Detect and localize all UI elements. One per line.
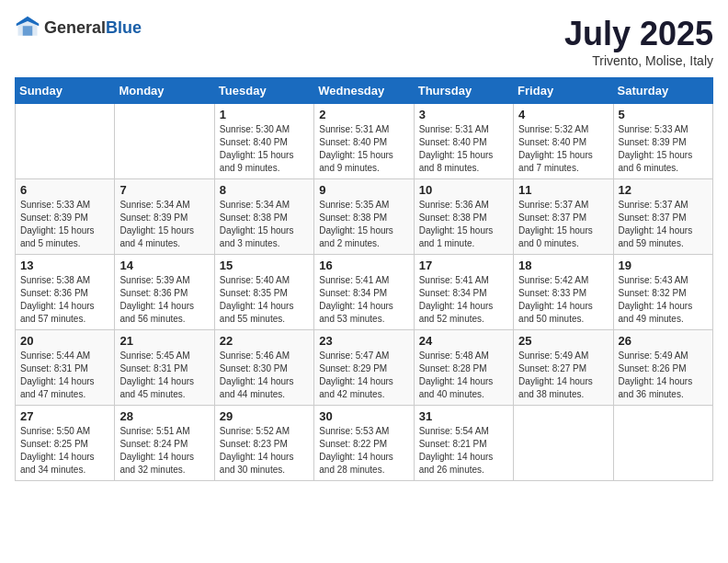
calendar-cell: 18Sunrise: 5:42 AM Sunset: 8:33 PM Dayli… — [514, 255, 613, 330]
calendar-cell: 6Sunrise: 5:33 AM Sunset: 8:39 PM Daylig… — [16, 179, 115, 255]
day-info: Sunrise: 5:43 AM Sunset: 8:32 PM Dayligh… — [619, 274, 708, 326]
calendar-cell: 13Sunrise: 5:38 AM Sunset: 8:36 PM Dayli… — [16, 255, 115, 330]
day-number: 16 — [319, 259, 408, 272]
week-row-1: 1Sunrise: 5:30 AM Sunset: 8:40 PM Daylig… — [16, 104, 713, 179]
calendar-cell — [613, 406, 712, 481]
day-info: Sunrise: 5:49 AM Sunset: 8:27 PM Dayligh… — [518, 350, 608, 401]
day-info: Sunrise: 5:38 AM Sunset: 8:36 PM Dayligh… — [20, 274, 109, 326]
calendar-cell: 23Sunrise: 5:47 AM Sunset: 8:29 PM Dayli… — [314, 330, 414, 406]
day-number: 8 — [220, 183, 309, 197]
calendar-header: SundayMondayTuesdayWednesdayThursdayFrid… — [16, 78, 713, 104]
weekday-header-thursday: Thursday — [414, 78, 513, 104]
title-block: July 2025 Trivento, Molise, Italy — [564, 15, 713, 68]
day-info: Sunrise: 5:47 AM Sunset: 8:29 PM Dayligh… — [319, 350, 408, 401]
day-info: Sunrise: 5:36 AM Sunset: 8:38 PM Dayligh… — [419, 199, 508, 250]
day-info: Sunrise: 5:41 AM Sunset: 8:34 PM Dayligh… — [419, 274, 508, 326]
day-number: 1 — [220, 108, 309, 121]
calendar-cell: 27Sunrise: 5:50 AM Sunset: 8:25 PM Dayli… — [16, 406, 115, 481]
weekday-header-saturday: Saturday — [613, 78, 712, 104]
day-info: Sunrise: 5:48 AM Sunset: 8:28 PM Dayligh… — [419, 350, 508, 401]
weekday-header-wednesday: Wednesday — [314, 78, 414, 104]
day-number: 30 — [319, 409, 408, 423]
logo: GeneralBlue — [15, 15, 142, 40]
day-number: 18 — [518, 259, 608, 272]
day-info: Sunrise: 5:49 AM Sunset: 8:26 PM Dayligh… — [619, 350, 708, 401]
calendar-cell: 2Sunrise: 5:31 AM Sunset: 8:40 PM Daylig… — [314, 104, 414, 179]
calendar-cell: 20Sunrise: 5:44 AM Sunset: 8:31 PM Dayli… — [16, 330, 115, 406]
weekday-row: SundayMondayTuesdayWednesdayThursdayFrid… — [16, 78, 713, 104]
day-info: Sunrise: 5:41 AM Sunset: 8:34 PM Dayligh… — [319, 274, 408, 326]
logo-general: General — [44, 18, 106, 37]
day-number: 21 — [119, 334, 209, 348]
calendar-cell: 8Sunrise: 5:34 AM Sunset: 8:38 PM Daylig… — [214, 179, 313, 255]
day-number: 28 — [119, 409, 209, 423]
calendar-cell: 7Sunrise: 5:34 AM Sunset: 8:39 PM Daylig… — [115, 179, 214, 255]
weekday-header-friday: Friday — [514, 78, 613, 104]
calendar-cell — [115, 104, 214, 179]
calendar-cell: 22Sunrise: 5:46 AM Sunset: 8:30 PM Dayli… — [214, 330, 313, 406]
calendar-cell: 14Sunrise: 5:39 AM Sunset: 8:36 PM Dayli… — [115, 255, 214, 330]
day-info: Sunrise: 5:35 AM Sunset: 8:38 PM Dayligh… — [319, 199, 408, 250]
day-number: 23 — [319, 334, 408, 348]
calendar-cell: 19Sunrise: 5:43 AM Sunset: 8:32 PM Dayli… — [613, 255, 712, 330]
svg-rect-2 — [23, 26, 33, 36]
day-info: Sunrise: 5:31 AM Sunset: 8:40 PM Dayligh… — [419, 123, 508, 175]
day-number: 11 — [518, 183, 608, 197]
day-number: 22 — [220, 334, 309, 348]
day-number: 26 — [619, 334, 708, 348]
calendar-cell: 25Sunrise: 5:49 AM Sunset: 8:27 PM Dayli… — [514, 330, 613, 406]
calendar-cell: 9Sunrise: 5:35 AM Sunset: 8:38 PM Daylig… — [314, 179, 414, 255]
day-info: Sunrise: 5:46 AM Sunset: 8:30 PM Dayligh… — [220, 350, 309, 401]
calendar-cell — [16, 104, 115, 179]
day-info: Sunrise: 5:50 AM Sunset: 8:25 PM Dayligh… — [20, 425, 109, 477]
calendar-cell: 26Sunrise: 5:49 AM Sunset: 8:26 PM Dayli… — [613, 330, 712, 406]
calendar-cell: 12Sunrise: 5:37 AM Sunset: 8:37 PM Dayli… — [613, 179, 712, 255]
calendar-cell — [514, 406, 613, 481]
logo-blue: Blue — [106, 18, 142, 37]
day-number: 27 — [20, 409, 109, 423]
calendar-cell: 1Sunrise: 5:30 AM Sunset: 8:40 PM Daylig… — [214, 104, 313, 179]
day-number: 7 — [119, 183, 209, 197]
day-info: Sunrise: 5:37 AM Sunset: 8:37 PM Dayligh… — [518, 199, 608, 250]
calendar-cell: 10Sunrise: 5:36 AM Sunset: 8:38 PM Dayli… — [414, 179, 513, 255]
calendar-cell: 17Sunrise: 5:41 AM Sunset: 8:34 PM Dayli… — [414, 255, 513, 330]
calendar-cell: 24Sunrise: 5:48 AM Sunset: 8:28 PM Dayli… — [414, 330, 513, 406]
week-row-4: 20Sunrise: 5:44 AM Sunset: 8:31 PM Dayli… — [16, 330, 713, 406]
day-info: Sunrise: 5:30 AM Sunset: 8:40 PM Dayligh… — [220, 123, 309, 175]
calendar-cell: 5Sunrise: 5:33 AM Sunset: 8:39 PM Daylig… — [613, 104, 712, 179]
day-number: 2 — [319, 108, 408, 121]
day-info: Sunrise: 5:44 AM Sunset: 8:31 PM Dayligh… — [20, 350, 109, 401]
day-info: Sunrise: 5:40 AM Sunset: 8:35 PM Dayligh… — [220, 274, 309, 326]
day-number: 15 — [220, 259, 309, 272]
calendar-table: SundayMondayTuesdayWednesdayThursdayFrid… — [15, 77, 713, 481]
calendar-cell: 3Sunrise: 5:31 AM Sunset: 8:40 PM Daylig… — [414, 104, 513, 179]
location: Trivento, Molise, Italy — [564, 53, 713, 68]
day-number: 25 — [518, 334, 608, 348]
day-number: 12 — [619, 183, 708, 197]
day-info: Sunrise: 5:32 AM Sunset: 8:40 PM Dayligh… — [518, 123, 608, 175]
day-number: 24 — [419, 334, 508, 348]
calendar-cell: 21Sunrise: 5:45 AM Sunset: 8:31 PM Dayli… — [115, 330, 214, 406]
day-number: 6 — [20, 183, 109, 197]
month-year: July 2025 — [564, 15, 713, 53]
calendar-cell: 15Sunrise: 5:40 AM Sunset: 8:35 PM Dayli… — [214, 255, 313, 330]
day-number: 4 — [518, 108, 608, 121]
calendar-cell: 28Sunrise: 5:51 AM Sunset: 8:24 PM Dayli… — [115, 406, 214, 481]
calendar-cell: 29Sunrise: 5:52 AM Sunset: 8:23 PM Dayli… — [214, 406, 313, 481]
page-header: GeneralBlue July 2025 Trivento, Molise, … — [15, 15, 713, 68]
day-info: Sunrise: 5:39 AM Sunset: 8:36 PM Dayligh… — [119, 274, 209, 326]
day-number: 14 — [119, 259, 209, 272]
day-number: 5 — [619, 108, 708, 121]
day-number: 29 — [220, 409, 309, 423]
day-number: 13 — [20, 259, 109, 272]
weekday-header-tuesday: Tuesday — [214, 78, 313, 104]
week-row-2: 6Sunrise: 5:33 AM Sunset: 8:39 PM Daylig… — [16, 179, 713, 255]
calendar-cell: 31Sunrise: 5:54 AM Sunset: 8:21 PM Dayli… — [414, 406, 513, 481]
day-info: Sunrise: 5:34 AM Sunset: 8:39 PM Dayligh… — [119, 199, 209, 250]
day-number: 20 — [20, 334, 109, 348]
weekday-header-monday: Monday — [115, 78, 214, 104]
day-info: Sunrise: 5:34 AM Sunset: 8:38 PM Dayligh… — [220, 199, 309, 250]
day-number: 19 — [619, 259, 708, 272]
week-row-5: 27Sunrise: 5:50 AM Sunset: 8:25 PM Dayli… — [16, 406, 713, 481]
day-info: Sunrise: 5:42 AM Sunset: 8:33 PM Dayligh… — [518, 274, 608, 326]
